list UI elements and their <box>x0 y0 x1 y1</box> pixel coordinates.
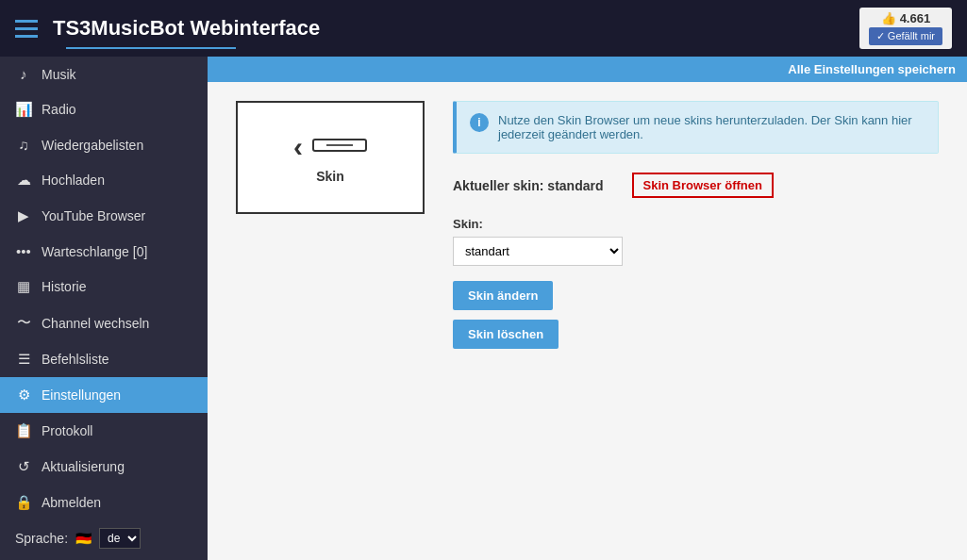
change-skin-button[interactable]: Skin ändern <box>453 281 553 310</box>
sidebar-item-protokoll[interactable]: 📋 Protokoll <box>0 413 208 449</box>
skin-browser-link[interactable]: Skin Browser öffnen <box>632 173 774 198</box>
sidebar-item-warteschlange[interactable]: ••• Warteschlange [0] <box>0 234 208 269</box>
sidebar-item-radio[interactable]: 📊 Radio <box>0 91 208 127</box>
sidebar-label-einstellungen: Einstellungen <box>42 387 121 403</box>
like-number: 4.661 <box>900 11 931 25</box>
youtube-icon: ▶ <box>15 207 32 224</box>
hamburger-menu[interactable] <box>15 20 38 38</box>
sidebar-label-historie: Historie <box>42 279 86 294</box>
musik-icon: ♪ <box>15 66 32 82</box>
like-box: 👍 4.661 ✓ Gefällt mir <box>859 8 952 49</box>
info-text: Nutze den Skin Browser um neue skins her… <box>498 113 925 141</box>
wiedergabelisten-icon: ♫ <box>15 137 32 153</box>
sidebar-item-historie[interactable]: ▦ Historie <box>0 269 208 305</box>
current-skin-row: Aktueller skin: standard Skin Browser öf… <box>453 173 939 198</box>
right-panel: i Nutze den Skin Browser um neue skins h… <box>453 101 939 358</box>
delete-skin-button[interactable]: Skin löschen <box>453 320 559 349</box>
historie-icon: ▦ <box>15 278 32 295</box>
skin-field-label: Skin: <box>453 217 939 231</box>
save-all-button[interactable]: Alle Einstellungen speichern <box>208 57 967 82</box>
like-count: 👍 4.661 <box>881 11 931 25</box>
language-row: Sprache: 🇩🇪 de en <box>0 520 208 556</box>
sidebar-item-aktualisierung[interactable]: ↺ Aktualisierung <box>0 449 208 485</box>
content-area: ‹ Skin i Nutze den Skin Browser um neue … <box>208 82 967 377</box>
skin-preview-box: ‹ Skin <box>236 101 425 214</box>
layout: ♪ Musik 📊 Radio ♫ Wiedergabelisten ☁ Hoc… <box>0 57 967 560</box>
aktualisierung-icon: ↺ <box>15 458 32 475</box>
sidebar-item-youtube-browser[interactable]: ▶ YouTube Browser <box>0 198 208 234</box>
current-skin-label: Aktueller skin: standard <box>453 178 604 193</box>
info-icon: i <box>470 113 489 132</box>
sidebar-label-protokoll: Protokoll <box>42 423 92 438</box>
hochladen-icon: ☁ <box>15 172 32 189</box>
sidebar: ♪ Musik 📊 Radio ♫ Wiedergabelisten ☁ Hoc… <box>0 57 208 560</box>
sidebar-item-abmelden[interactable]: 🔒 Abmelden <box>0 485 208 520</box>
app-title: TS3MusicBot Webinterface <box>53 16 859 41</box>
skin-preview-section: ‹ Skin <box>236 101 425 358</box>
cassette-icon <box>312 139 367 152</box>
sidebar-label-abmelden: Abmelden <box>42 495 101 510</box>
sidebar-label-wiedergabelisten: Wiedergabelisten <box>42 138 143 153</box>
befehlsliste-icon: ☰ <box>15 351 32 368</box>
channel-icon: 〜 <box>15 314 32 332</box>
sidebar-label-musik: Musik <box>42 67 76 82</box>
sidebar-item-hochladen[interactable]: ☁ Hochladen <box>0 162 208 198</box>
thumbs-up-icon: 👍 <box>881 11 896 25</box>
language-select[interactable]: de en <box>99 528 141 549</box>
skin-preview-label: Skin <box>316 169 344 184</box>
header-underline <box>66 47 236 49</box>
sidebar-label-channel: Channel wechseln <box>42 316 149 331</box>
sidebar-label-youtube: YouTube Browser <box>42 208 145 223</box>
sidebar-label-aktualisierung: Aktualisierung <box>42 459 125 474</box>
abmelden-icon: 🔒 <box>15 494 32 511</box>
radio-icon: 📊 <box>15 101 32 118</box>
einstellungen-icon: ⚙ <box>15 387 32 404</box>
like-button[interactable]: ✓ Gefällt mir <box>869 27 942 45</box>
sidebar-label-hochladen: Hochladen <box>42 173 105 188</box>
warteschlange-icon: ••• <box>15 243 32 259</box>
sidebar-item-wiedergabelisten[interactable]: ♫ Wiedergabelisten <box>0 127 208 162</box>
sidebar-label-warteschlange: Warteschlange [0] <box>42 244 147 259</box>
language-label: Sprache: <box>15 531 68 546</box>
sidebar-label-radio: Radio <box>42 102 76 117</box>
preview-arrow-left: ‹ <box>293 131 303 163</box>
header: TS3MusicBot Webinterface 👍 4.661 ✓ Gefäl… <box>0 0 967 57</box>
sidebar-item-channel-wechseln[interactable]: 〜 Channel wechseln <box>0 305 208 341</box>
flag-icon: 🇩🇪 <box>75 531 92 546</box>
sidebar-label-befehlsliste: Befehlsliste <box>42 352 109 367</box>
protokoll-icon: 📋 <box>15 422 32 439</box>
sidebar-item-befehlsliste[interactable]: ☰ Befehlsliste <box>0 341 208 377</box>
sidebar-item-einstellungen[interactable]: ⚙ Einstellungen <box>0 377 208 413</box>
main-content: Alle Einstellungen speichern ‹ Skin <box>208 57 967 560</box>
skin-select[interactable]: standart <box>453 237 623 266</box>
sidebar-item-musik[interactable]: ♪ Musik <box>0 57 208 91</box>
info-box: i Nutze den Skin Browser um neue skins h… <box>453 101 939 154</box>
skin-form-group: Skin: standart <box>453 217 939 266</box>
